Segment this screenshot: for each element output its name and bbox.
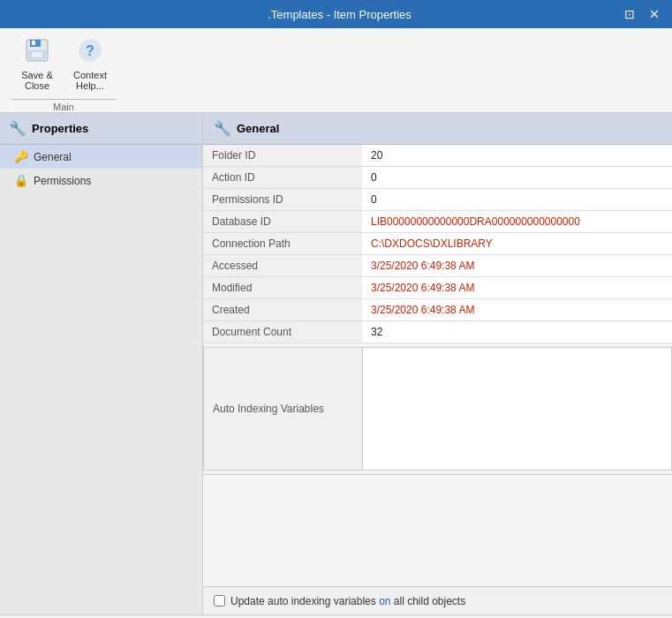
sidebar-item-permissions[interactable]: 🔒 Permissions	[0, 169, 202, 192]
sidebar-item-general-label: General	[34, 151, 72, 163]
prop-value-accessed: 3/25/2020 6:49:38 AM	[362, 255, 672, 277]
prop-label-action-id: Action ID	[203, 167, 362, 189]
status-bar: ⓘ Press F1 for help	[0, 614, 672, 618]
auto-index-content	[363, 348, 671, 470]
prop-value-created: 3/25/2020 6:49:38 AM	[362, 299, 672, 321]
prop-value-folder-id: 20	[362, 145, 672, 167]
svg-text:?: ?	[86, 43, 94, 58]
maximize-button[interactable]: ⊡	[619, 4, 640, 25]
toolbar-buttons: Save &Close ? ContextHelp...	[11, 34, 117, 95]
auto-index-checkbox-label: Update auto indexing variables on all ch…	[230, 595, 465, 607]
title-bar-controls: ⊡ ✕	[619, 4, 665, 25]
table-row: Created 3/25/2020 6:49:38 AM	[203, 299, 672, 321]
save-close-button[interactable]: Save &Close	[11, 34, 64, 95]
checkbox-bar: Update auto indexing variables on all ch…	[203, 586, 672, 614]
window-title: .Templates - Item Properties	[60, 8, 619, 21]
table-row: Modified 3/25/2020 6:49:38 AM	[203, 277, 672, 299]
content-area: 🔧 General Folder ID 20 Action ID 0 Permi…	[203, 113, 672, 614]
content-header-title: General	[237, 122, 279, 135]
properties-icon: 🔧	[9, 120, 26, 137]
help-icon-svg: ?	[78, 38, 102, 63]
prop-value-database-id: LIB00000000000000DRA000000000000000	[362, 211, 672, 233]
permissions-icon: 🔒	[14, 174, 28, 187]
prop-label-database-id: Database ID	[203, 211, 362, 233]
table-row: Action ID 0	[203, 167, 672, 189]
main-toolbar-group: Save &Close ? ContextHelp... Main	[11, 34, 117, 112]
sidebar: 🔧 Properties 🔑 General 🔒 Permissions	[0, 113, 203, 614]
checkbox-label-highlight: on	[379, 595, 394, 607]
table-row: Folder ID 20	[203, 145, 672, 167]
auto-index-section: Auto Indexing Variables	[203, 347, 672, 471]
table-row: Connection Path C:\DXDOCS\DXLIBRARY	[203, 233, 672, 255]
sidebar-item-permissions-label: Permissions	[34, 175, 91, 187]
table-row: Accessed 3/25/2020 6:49:38 AM	[203, 255, 672, 277]
properties-table: Folder ID 20 Action ID 0 Permissions ID …	[203, 145, 672, 343]
save-close-label: Save &Close	[21, 70, 52, 91]
prop-label-modified: Modified	[203, 277, 362, 299]
context-help-icon: ?	[78, 38, 102, 68]
context-help-label: ContextHelp...	[73, 70, 107, 91]
context-help-button[interactable]: ? ContextHelp...	[64, 34, 117, 95]
svg-rect-4	[32, 52, 42, 57]
table-row: Database ID LIB00000000000000DRA00000000…	[203, 211, 672, 233]
table-row: Permissions ID 0	[203, 189, 672, 211]
toolbar: Save &Close ? ContextHelp... Main	[0, 28, 672, 113]
sidebar-header-label: Properties	[32, 122, 88, 135]
sidebar-item-general[interactable]: 🔑 General	[0, 145, 202, 169]
lower-section	[203, 474, 672, 586]
prop-label-created: Created	[203, 299, 362, 321]
auto-index-checkbox[interactable]	[214, 595, 225, 607]
prop-label-folder-id: Folder ID	[203, 145, 362, 167]
main-content: 🔧 Properties 🔑 General 🔒 Permissions 🔧 G…	[0, 113, 672, 614]
save-icon-svg	[25, 38, 49, 63]
checkbox-label-text: Update auto indexing variables	[230, 595, 376, 607]
content-header: 🔧 General	[203, 113, 672, 145]
close-button[interactable]: ✕	[644, 4, 665, 25]
general-icon: 🔑	[14, 150, 28, 163]
prop-value-connection-path: C:\DXDOCS\DXLIBRARY	[362, 233, 672, 255]
toolbar-group-name: Main	[11, 99, 117, 112]
title-bar: .Templates - Item Properties ⊡ ✕	[0, 0, 672, 28]
prop-value-permissions-id: 0	[362, 189, 672, 211]
toolbar-row: Save &Close ? ContextHelp... Main	[7, 32, 665, 112]
svg-rect-2	[32, 41, 35, 45]
prop-value-document-count: 32	[362, 321, 672, 343]
auto-index-label: Auto Indexing Variables	[204, 348, 363, 470]
prop-value-modified: 3/25/2020 6:49:38 AM	[362, 277, 672, 299]
table-row: Document Count 32	[203, 321, 672, 343]
save-close-icon	[25, 38, 49, 68]
prop-label-accessed: Accessed	[203, 255, 362, 277]
prop-label-connection-path: Connection Path	[203, 233, 362, 255]
checkbox-label-suffix: all child objects	[394, 595, 465, 607]
content-header-icon: 🔧	[214, 120, 231, 137]
prop-label-permissions-id: Permissions ID	[203, 189, 362, 211]
prop-label-document-count: Document Count	[203, 321, 362, 343]
prop-value-action-id: 0	[362, 167, 672, 189]
sidebar-header: 🔧 Properties	[0, 113, 202, 145]
